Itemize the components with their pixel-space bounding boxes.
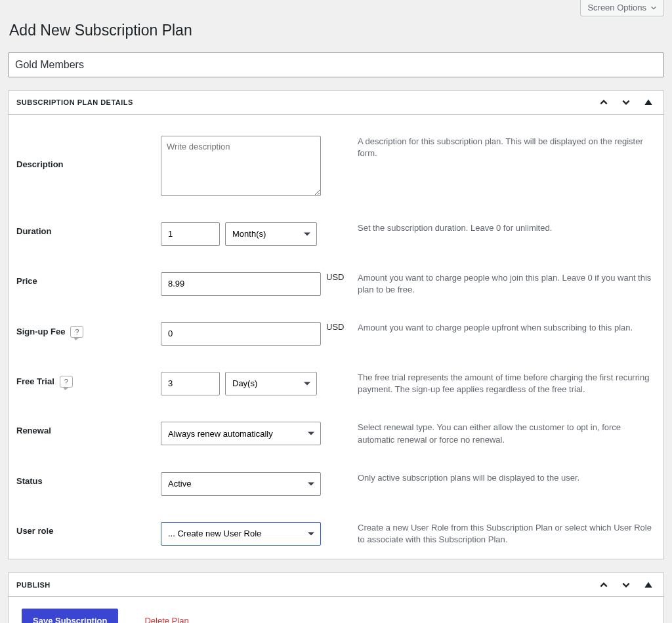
price-label: Price [16,276,37,286]
renewal-help: Select renewal type. You can either allo… [348,422,656,445]
renewal-label: Renewal [16,426,51,435]
publish-postbox-header: PUBLISH [9,573,663,597]
toggle-panel-button[interactable] [641,95,656,110]
triangle-up-icon [644,580,653,590]
signup-fee-help: Amount you want to charge people upfront… [348,322,656,334]
status-select[interactable]: Active [161,472,321,496]
user-role-help: Create a new User Role from this Subscri… [348,522,656,546]
duration-label: Duration [16,226,51,236]
help-icon[interactable]: ? [70,326,83,338]
chevron-down-icon [650,5,657,11]
user-role-label: User role [16,526,53,536]
publish-postbox: PUBLISH Save Subscription Delete Plan [8,573,664,623]
details-postbox-header: SUBSCRIPTION PLAN DETAILS [9,91,663,115]
renewal-select[interactable]: Always renew automatically [161,422,321,445]
description-label: Description [16,159,64,169]
user-role-select[interactable]: ... Create new User Role [161,522,321,546]
move-up-button[interactable] [597,578,611,592]
details-handle-actions [597,95,663,110]
chevron-up-icon [599,98,608,107]
chevron-down-icon [621,580,631,590]
screen-options-label: Screen Options [587,3,646,13]
status-help: Only active subscription plans will be d… [348,472,656,484]
details-postbox: SUBSCRIPTION PLAN DETAILS Description A … [8,90,664,560]
publish-handle-actions [597,578,663,592]
help-icon[interactable]: ? [60,376,73,388]
save-subscription-button[interactable]: Save Subscription [22,609,118,623]
move-down-button[interactable] [619,578,633,592]
price-input[interactable] [161,272,321,296]
details-postbox-title: SUBSCRIPTION PLAN DETAILS [9,92,141,113]
triangle-up-icon [644,98,653,107]
delete-plan-link[interactable]: Delete Plan [144,616,188,623]
move-down-button[interactable] [619,95,633,110]
signup-fee-input[interactable] [161,322,321,346]
page-title: Add New Subscription Plan [9,22,664,39]
publish-postbox-title: PUBLISH [9,574,58,595]
plan-title-input[interactable] [8,52,664,77]
free-trial-label: Free Trial [16,376,54,386]
toggle-panel-button[interactable] [641,578,656,592]
duration-input[interactable] [161,222,220,246]
price-help: Amount you want to charge people who joi… [348,272,656,296]
screen-options-toggle[interactable]: Screen Options [580,0,664,16]
chevron-up-icon [599,580,608,590]
free-trial-help: The free trial represents the amount of … [348,372,656,395]
signup-fee-label: Sign-up Fee [16,327,65,336]
move-up-button[interactable] [597,95,611,110]
free-trial-input[interactable] [161,372,220,395]
signup-fee-currency: USD [321,322,348,332]
free-trial-unit-select[interactable]: Day(s) [225,372,317,395]
price-currency: USD [321,272,348,282]
chevron-down-icon [621,98,631,107]
duration-unit-select[interactable]: Month(s) [225,222,317,246]
status-label: Status [16,476,43,486]
description-help: A description for this subscription plan… [348,136,656,159]
description-textarea[interactable] [161,136,321,196]
duration-help: Set the subscription duration. Leave 0 f… [348,222,656,234]
